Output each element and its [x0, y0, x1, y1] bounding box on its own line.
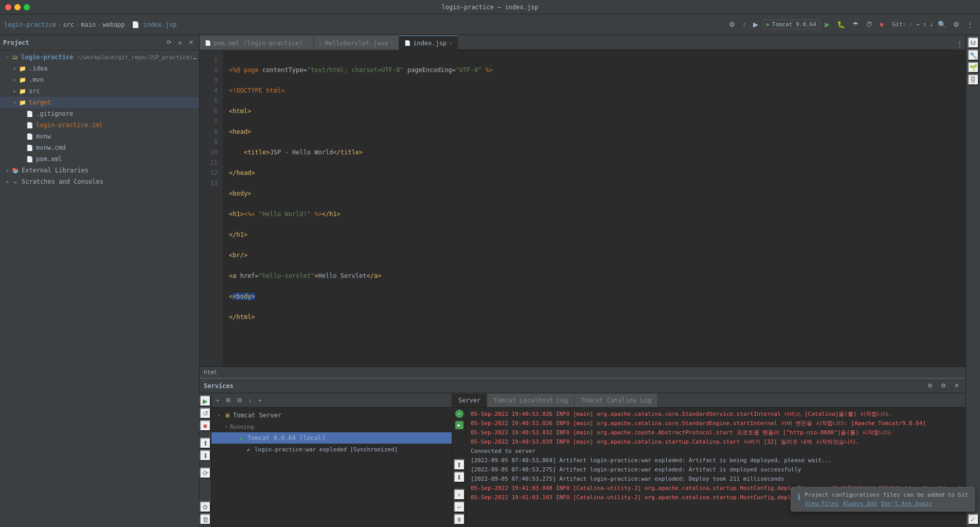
sidebar-item-iml[interactable]: 📄 login-practice.iml	[0, 119, 199, 131]
tab-server[interactable]: Server	[452, 394, 487, 407]
tree-expand-icon[interactable]: ▾	[223, 423, 230, 430]
settings-gear[interactable]: ⚙	[951, 19, 962, 30]
sidebar-item-gitignore[interactable]: 📄 .gitignore	[0, 108, 199, 119]
tree-expand-icon[interactable]: ▶	[4, 167, 11, 174]
services-stop-icon[interactable]: ■	[200, 420, 211, 431]
services-sort-icon[interactable]: ↕	[246, 396, 254, 405]
tab-localhost-log[interactable]: Tomcat Localhost Log	[487, 394, 575, 407]
tomcat-badge[interactable]: ▶ Tomcat 9.0.64	[763, 20, 820, 29]
sidebar-item-mvnw[interactable]: 📄 mvnw	[0, 131, 199, 142]
log-line-5: Connected to server	[471, 447, 966, 456]
hide-icon[interactable]: ✕	[186, 38, 196, 47]
breadcrumb-file[interactable]: 📄 index.jsp	[132, 21, 176, 28]
profile-button[interactable]: ⏱	[863, 19, 875, 30]
sidebar-item-scratches[interactable]: ▶ ✏️ Scratches and Consoles	[0, 176, 199, 187]
notif-view-files-link[interactable]: View Files	[805, 500, 839, 507]
tree-expand-icon[interactable]: ▾	[4, 54, 11, 61]
sidebar-item-mvnwcmd[interactable]: 📄 mvnw.cmd	[0, 142, 199, 153]
run-button[interactable]: ▶	[822, 19, 832, 30]
services-filter-icon[interactable]: ⊟	[235, 395, 244, 405]
services-add-icon[interactable]: +	[213, 396, 222, 405]
collapse-all-icon[interactable]: ≡	[176, 38, 184, 47]
sidebar-item-mvn[interactable]: ▶ 📁 .mvn	[0, 74, 199, 85]
tab-hello[interactable]: ☕ HelloServlet.java ✕	[314, 36, 399, 50]
maximize-button[interactable]	[24, 4, 30, 10]
breadcrumb-webapp[interactable]: webapp	[102, 21, 124, 28]
file-icon: 📄	[26, 144, 34, 152]
sync-icon[interactable]: ⟳	[164, 38, 174, 47]
tab-index[interactable]: 📄 index.jsp ✕	[399, 36, 458, 50]
sidebar-item-extlib[interactable]: ▶ 📚 External Libraries	[0, 165, 199, 176]
services-item-tomcat-local[interactable]: ▾ ▶ Tomcat 9.0.64 [local]	[211, 432, 452, 444]
breadcrumb-src[interactable]: src	[63, 21, 74, 28]
right-sidebar-checkmark-icon[interactable]: ✓	[968, 514, 979, 525]
vcs-icon[interactable]: ↑	[740, 19, 749, 30]
services-group-icon[interactable]: ⊞	[223, 395, 233, 405]
right-sidebar-db-icon[interactable]: 🗄	[968, 74, 979, 85]
services-item-running[interactable]: ▾ Running	[211, 421, 452, 432]
services-rerun-icon[interactable]: ↺	[200, 408, 211, 419]
tab-pom[interactable]: 📄 pom.xml (login-practice) ✕	[200, 36, 314, 50]
tree-item-gitignore-label: .gitignore	[36, 110, 73, 117]
tab-catalina-log[interactable]: Tomcat Catalina Log	[575, 394, 658, 407]
file-icon: 📄	[26, 132, 34, 140]
more-button[interactable]: ⋮	[964, 19, 976, 30]
notif-actions: View Files Always Add Don't Ask Again	[805, 500, 968, 507]
search-button[interactable]: 🔍	[935, 19, 949, 30]
run-config-icon[interactable]: ▶	[751, 19, 761, 30]
tree-expand-icon[interactable]: ▶	[11, 87, 19, 95]
panel-hide-icon[interactable]: ✕	[952, 381, 961, 391]
settings-icon[interactable]: ⚙	[925, 381, 935, 391]
notif-always-add-link[interactable]: Always Add	[843, 500, 877, 507]
editor-more-button[interactable]: ⋮	[954, 39, 966, 49]
minimize-button[interactable]	[14, 4, 21, 10]
services-run-icon[interactable]: ▶	[200, 395, 211, 407]
tree-expand-icon[interactable]: ▶	[11, 76, 19, 83]
log-scroll-down-icon[interactable]: ⬇	[454, 471, 465, 483]
services-item-war[interactable]: ✔ login-practice:war exploded [Synchroni…	[211, 444, 452, 455]
tree-expand-icon[interactable]: ▶	[11, 65, 19, 72]
notif-dont-ask-link[interactable]: Don't Ask Again	[881, 500, 932, 507]
tree-expand-icon[interactable]: ▶	[4, 178, 11, 185]
code-content[interactable]: <%@ page contentType="text/html; charset…	[223, 50, 966, 366]
log-scroll-up-icon[interactable]: ⬆	[454, 459, 465, 470]
tree-expand-icon[interactable]: ▾	[216, 412, 223, 419]
stop-button[interactable]: ■	[877, 19, 886, 30]
debug-button[interactable]: 🐛	[834, 19, 848, 30]
panel-settings-icon[interactable]: ⚙	[938, 381, 949, 391]
services-plus-icon[interactable]: +	[256, 396, 264, 405]
sidebar-item-src[interactable]: ▶ 📁 src	[0, 85, 199, 97]
editor-tabs: 📄 pom.xml (login-practice) ✕ ☕ HelloServ…	[200, 35, 966, 50]
services-refresh-icon[interactable]: ⟳	[200, 467, 211, 479]
close-button[interactable]	[5, 4, 11, 10]
tree-expand-icon[interactable]: ▾	[11, 99, 19, 106]
log-clear-icon[interactable]: 🗑	[454, 514, 465, 525]
tree-item-root-label: login-practice ~/workplace/git_repo/JSP_…	[21, 54, 197, 61]
sidebar-item-target[interactable]: ▾ 📁 target	[0, 97, 199, 108]
log-settings-icon[interactable]: ≡	[454, 489, 465, 500]
services-deploy-icon[interactable]: ⬆	[200, 437, 211, 449]
settings-icon[interactable]: ⚙	[726, 19, 738, 30]
sidebar-item-idea[interactable]: ▶ 📁 .idea	[0, 63, 199, 74]
tab-pom-close[interactable]: ✕	[305, 40, 308, 46]
coverage-button[interactable]: ☂	[850, 19, 861, 30]
services-tree: ▾ 🖥 Tomcat Server ▾ Running	[211, 408, 452, 527]
services-settings2-icon[interactable]: ⚙	[200, 501, 211, 513]
sidebar-item-pomxml[interactable]: 📄 pom.xml	[0, 153, 199, 165]
tab-index-close[interactable]: ✕	[449, 40, 452, 46]
breadcrumb-project[interactable]: login-practice	[4, 21, 56, 28]
window-title: login-practice – index.jsp	[442, 4, 539, 11]
sidebar-item-root[interactable]: ▾ 🗂 login-practice ~/workplace/git_repo/…	[0, 51, 199, 63]
right-sidebar-spring-icon[interactable]: 🌱	[968, 62, 979, 73]
tab-hello-close[interactable]: ✕	[390, 40, 394, 46]
line-numbers: 12345 678910 111213	[200, 50, 223, 366]
services-item-tomcat[interactable]: ▾ 🖥 Tomcat Server	[211, 410, 452, 421]
right-sidebar-gradle-icon[interactable]: 🔧	[968, 49, 979, 61]
tree-expand-icon[interactable]: ▾	[230, 434, 237, 442]
right-sidebar-maven-icon[interactable]: M	[968, 37, 979, 48]
breadcrumb-main[interactable]: main	[81, 21, 96, 28]
log-wrap-icon[interactable]: ↩	[454, 501, 465, 513]
right-sidebar: M 🔧 🌱 🗄 ✓	[966, 35, 980, 527]
services-undeploy-icon[interactable]: ⬇	[200, 450, 211, 461]
services-delete-icon[interactable]: 🗑	[200, 514, 211, 525]
